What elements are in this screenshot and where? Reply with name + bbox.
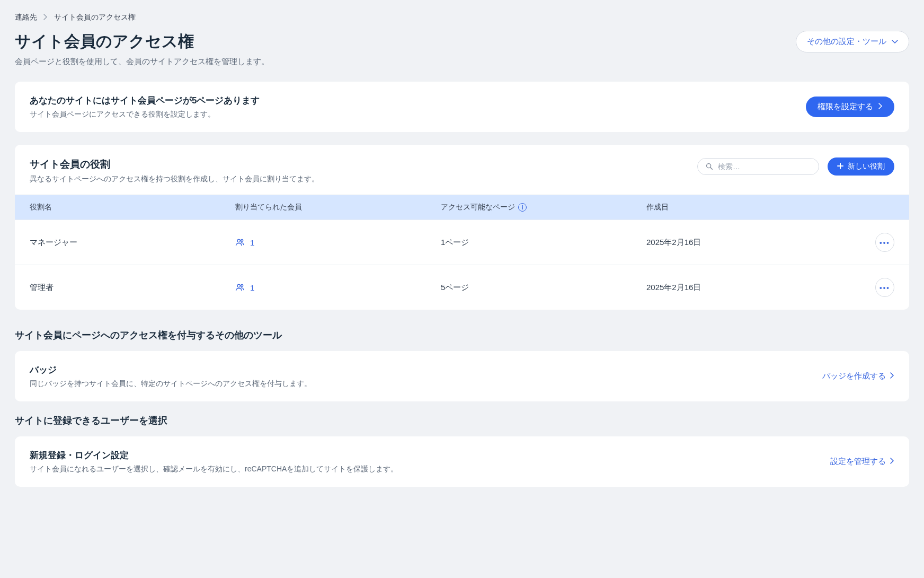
ellipsis-icon: ••• bbox=[879, 239, 890, 247]
page-subtitle: 会員ページと役割を使用して、会員のサイトアクセス権を管理します。 bbox=[15, 57, 269, 67]
signup-desc: サイト会員になれるユーザーを選択し、確認メールを有効にし、reCAPTCHAを追… bbox=[30, 465, 830, 474]
assigned-cell[interactable]: 1 bbox=[235, 238, 441, 247]
search-input[interactable] bbox=[718, 162, 811, 171]
roles-card: サイト会員の役割 異なるサイトページへのアクセス権を持つ役割を作成し、サイト会員… bbox=[15, 145, 909, 310]
chevron-right-icon bbox=[43, 13, 48, 22]
role-name-cell: 管理者 bbox=[30, 283, 235, 293]
signup-title: 新規登録・ログイン設定 bbox=[30, 449, 830, 461]
other-settings-label: その他の設定・ツール bbox=[807, 37, 886, 47]
signup-card: 新規登録・ログイン設定 サイト会員になれるユーザーを選択し、確認メールを有効にし… bbox=[15, 436, 909, 487]
ellipsis-icon: ••• bbox=[879, 284, 890, 292]
other-tools-heading: サイト会員にページへのアクセス権を付与するその他のツール bbox=[15, 329, 909, 341]
row-more-button[interactable]: ••• bbox=[875, 278, 894, 297]
svg-point-2 bbox=[241, 239, 243, 241]
roles-desc: 異なるサイトページへのアクセス権を持つ役割を作成し、サイト会員に割り当てます。 bbox=[30, 174, 319, 184]
member-pages-title: あなたのサイトにはサイト会員ページが5ページあります bbox=[30, 94, 806, 107]
roles-title: サイト会員の役割 bbox=[30, 157, 319, 171]
select-users-heading: サイトに登録できるユーザーを選択 bbox=[15, 414, 909, 427]
info-icon[interactable]: i bbox=[518, 203, 527, 212]
col-assigned: 割り当てられた会員 bbox=[235, 203, 441, 212]
row-more-button[interactable]: ••• bbox=[875, 233, 894, 252]
assigned-cell[interactable]: 1 bbox=[235, 283, 441, 292]
search-icon bbox=[705, 162, 714, 171]
members-icon bbox=[235, 238, 245, 247]
manage-settings-label: 設定を管理する bbox=[830, 457, 886, 467]
col-accessible: アクセス可能なページ i bbox=[441, 203, 646, 212]
new-role-button[interactable]: 新しい役割 bbox=[828, 157, 894, 176]
other-settings-button[interactable]: その他の設定・ツール bbox=[796, 31, 909, 52]
table-row[interactable]: 管理者 1 5ページ 2025年2月16日 ••• bbox=[15, 265, 909, 310]
create-badge-link[interactable]: バッジを作成する bbox=[822, 371, 894, 381]
badge-title: バッジ bbox=[30, 364, 822, 376]
col-role-name: 役割名 bbox=[30, 203, 235, 212]
badge-desc: 同じバッジを持つサイト会員に、特定のサイトページへのアクセス権を付与します。 bbox=[30, 379, 822, 389]
breadcrumb: 連絡先 サイト会員のアクセス権 bbox=[15, 13, 909, 22]
set-permissions-label: 権限を設定する bbox=[818, 102, 873, 112]
svg-point-4 bbox=[241, 284, 243, 286]
svg-point-0 bbox=[707, 164, 711, 168]
create-badge-label: バッジを作成する bbox=[822, 371, 886, 381]
plus-icon bbox=[837, 162, 843, 171]
members-icon bbox=[235, 283, 245, 292]
created-cell: 2025年2月16日 bbox=[646, 238, 852, 248]
chevron-right-icon bbox=[878, 103, 883, 111]
pages-cell: 5ページ bbox=[441, 283, 646, 293]
badge-card: バッジ 同じバッジを持つサイト会員に、特定のサイトページへのアクセス権を付与しま… bbox=[15, 351, 909, 401]
role-name-cell: マネージャー bbox=[30, 238, 235, 248]
chevron-right-icon bbox=[890, 372, 894, 380]
svg-point-1 bbox=[237, 239, 240, 242]
breadcrumb-item-current: サイト会員のアクセス権 bbox=[54, 13, 136, 22]
new-role-label: 新しい役割 bbox=[848, 162, 885, 171]
svg-point-3 bbox=[237, 284, 240, 287]
member-pages-card: あなたのサイトにはサイト会員ページが5ページあります サイト会員ページにアクセス… bbox=[15, 82, 909, 132]
col-created: 作成日 bbox=[646, 203, 852, 212]
created-cell: 2025年2月16日 bbox=[646, 283, 852, 293]
chevron-down-icon bbox=[892, 38, 898, 46]
set-permissions-button[interactable]: 権限を設定する bbox=[806, 97, 894, 117]
manage-settings-link[interactable]: 設定を管理する bbox=[830, 457, 894, 467]
search-input-wrap[interactable] bbox=[697, 158, 819, 175]
roles-table-header: 役割名 割り当てられた会員 アクセス可能なページ i 作成日 bbox=[15, 195, 909, 220]
member-pages-desc: サイト会員ページにアクセスできる役割を設定します。 bbox=[30, 110, 806, 119]
table-row[interactable]: マネージャー 1 1ページ 2025年2月16日 ••• bbox=[15, 220, 909, 265]
pages-cell: 1ページ bbox=[441, 238, 646, 248]
chevron-right-icon bbox=[890, 458, 894, 466]
page-title: サイト会員のアクセス権 bbox=[15, 31, 269, 52]
breadcrumb-item-contacts[interactable]: 連絡先 bbox=[15, 13, 37, 22]
